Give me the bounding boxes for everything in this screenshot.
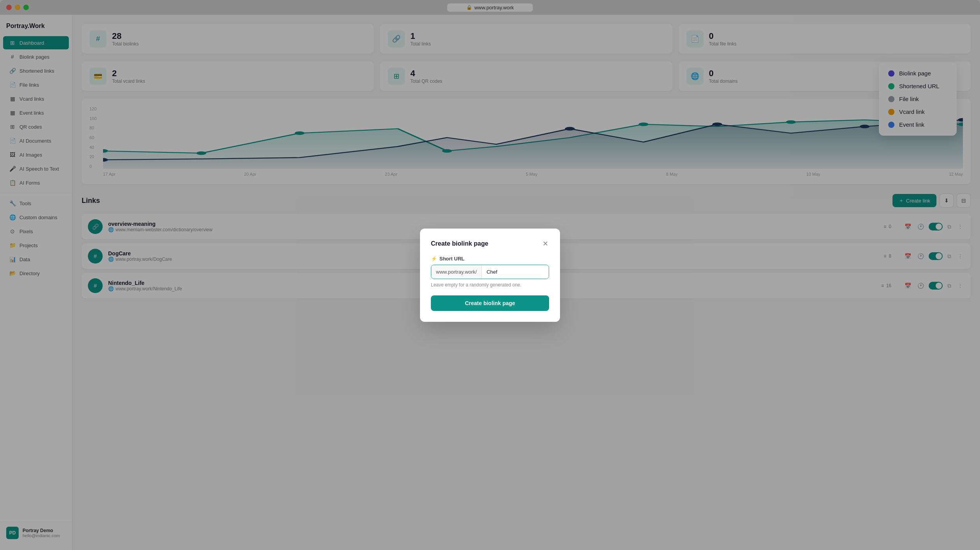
url-prefix: www.portray.work/ <box>431 265 482 279</box>
lightning-icon: ⚡ <box>431 256 437 262</box>
modal-title: Create biolink page <box>431 240 488 247</box>
short-url-row: www.portray.work/ <box>431 265 549 279</box>
modal-close-button[interactable]: ✕ <box>542 239 549 248</box>
url-hint: Leave empty for a randomly generated one… <box>431 282 549 288</box>
create-biolink-button[interactable]: Create biolink page <box>431 295 549 311</box>
modal-header: Create biolink page ✕ <box>431 239 549 248</box>
url-slug-input[interactable] <box>482 265 549 279</box>
short-url-label: ⚡ Short URL <box>431 256 549 262</box>
create-biolink-modal: Create biolink page ✕ ⚡ Short URL www.po… <box>420 229 560 322</box>
modal-overlay[interactable]: Create biolink page ✕ ⚡ Short URL www.po… <box>0 0 980 550</box>
